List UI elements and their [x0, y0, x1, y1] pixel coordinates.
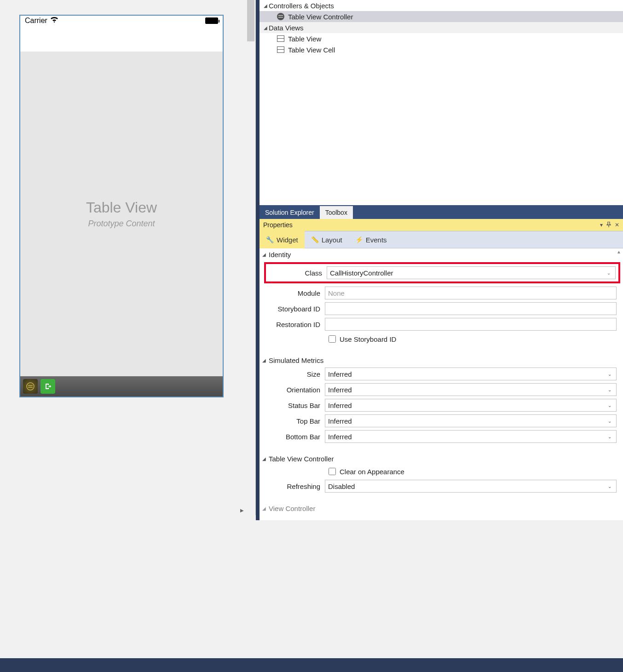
outline-group-controllers[interactable]: ◢ Controllers & Objects	[260, 0, 623, 11]
section-simulated-metrics[interactable]: ◢ Simulated Metrics	[260, 354, 623, 366]
orientation-select[interactable]: Inferred⌄	[325, 383, 617, 396]
clear-on-appearance-checkbox[interactable]	[329, 468, 336, 475]
svg-point-0	[27, 383, 34, 390]
outline-item-table-view-cell[interactable]: Table View Cell	[260, 44, 623, 55]
wrench-icon: 🔧	[266, 236, 274, 243]
refreshing-select[interactable]: Disabled⌄	[325, 480, 617, 493]
top-bar-select[interactable]: Inferred⌄	[325, 414, 617, 427]
outline-item-label: Table View Controller	[288, 13, 353, 21]
subtab-events[interactable]: ⚡ Events	[349, 231, 393, 248]
outline-item-label: Table View	[288, 35, 321, 43]
section-label: Identity	[269, 251, 291, 258]
designer-canvas[interactable]: Carrier Table View Prototype Content	[0, 0, 256, 515]
disclosure-triangle-icon[interactable]: ◢	[262, 358, 269, 363]
chevron-down-icon: ⌄	[608, 484, 613, 489]
table-view-subtitle: Prototype Content	[88, 219, 155, 229]
scroll-up-icon[interactable]: ▲	[616, 249, 622, 256]
table-cell-icon	[276, 46, 285, 53]
properties-subtabs: 🔧 Widget 📏 Layout ⚡ Events	[260, 231, 623, 248]
size-label: Size	[260, 370, 325, 378]
section-view-controller[interactable]: ◢ View Controller	[260, 502, 623, 514]
outline-group-label: Controllers & Objects	[269, 2, 334, 10]
storyboard-id-label: Storyboard ID	[260, 305, 325, 313]
storyboard-id-input[interactable]	[325, 302, 617, 315]
bottom-bar-label: Bottom Bar	[260, 433, 325, 441]
document-outline[interactable]: ◢ Controllers & Objects Table View Contr…	[260, 0, 623, 205]
dropdown-icon[interactable]: ▾	[600, 222, 603, 228]
orientation-label: Orientation	[260, 386, 325, 394]
tab-solution-explorer[interactable]: Solution Explorer	[260, 206, 320, 219]
table-icon	[276, 35, 285, 42]
canvas-horizontal-scrollbar[interactable]: ▶	[0, 506, 247, 515]
chevron-down-icon: ⌄	[608, 372, 613, 377]
module-input[interactable]	[325, 287, 617, 299]
disclosure-triangle-icon[interactable]: ◢	[262, 252, 269, 257]
use-storyboard-id-checkbox[interactable]	[329, 335, 336, 343]
disclosure-triangle-icon[interactable]: ◢	[262, 456, 269, 461]
restoration-id-input[interactable]	[325, 318, 617, 331]
scene-dock-exit-icon[interactable]	[40, 379, 55, 394]
subtab-layout[interactable]: 📏 Layout	[305, 231, 349, 248]
outline-group-label: Data Views	[269, 24, 304, 32]
panel-tabs: Solution Explorer Toolbox	[260, 205, 623, 219]
highlight-annotation: Class CallHistoryController ⌄	[264, 262, 620, 283]
module-label: Module	[260, 289, 325, 297]
chevron-down-icon: ⌄	[608, 403, 613, 408]
phone-navigation-bar	[20, 26, 223, 51]
properties-title: Properties	[263, 221, 293, 229]
bottom-bar-select[interactable]: Inferred⌄	[325, 430, 617, 443]
section-table-view-controller[interactable]: ◢ Table View Controller	[260, 453, 623, 465]
chevron-down-icon: ⌄	[608, 434, 613, 439]
close-icon[interactable]: ✕	[615, 222, 619, 228]
use-storyboard-id-label: Use Storyboard ID	[340, 335, 396, 343]
table-view-title: Table View	[86, 199, 157, 216]
size-select[interactable]: Inferred⌄	[325, 368, 617, 380]
class-combobox[interactable]: CallHistoryController ⌄	[327, 266, 616, 279]
restoration-id-label: Restoration ID	[260, 321, 325, 328]
scene-dock-controller-icon[interactable]	[23, 379, 38, 394]
class-value: CallHistoryController	[330, 269, 393, 277]
phone-bottom-toolbar	[20, 376, 223, 396]
properties-panel-header: Properties ▾ ✕	[260, 219, 623, 231]
phone-table-view[interactable]: Table View Prototype Content	[20, 52, 223, 376]
outline-item-table-view[interactable]: Table View	[260, 33, 623, 44]
chevron-down-icon: ⌄	[607, 270, 612, 276]
clear-on-appearance-label: Clear on Appearance	[340, 468, 404, 476]
chevron-down-icon: ⌄	[608, 419, 613, 424]
outline-item-label: Table View Cell	[288, 46, 335, 54]
outline-group-data-views[interactable]: ◢ Data Views	[260, 22, 623, 33]
status-bar-label: Status Bar	[260, 402, 325, 409]
phone-preview-frame[interactable]: Carrier Table View Prototype Content	[19, 15, 224, 397]
section-label: Simulated Metrics	[269, 356, 323, 364]
wifi-icon	[50, 17, 58, 25]
subtab-widget[interactable]: 🔧 Widget	[260, 231, 305, 248]
pin-icon[interactable]	[606, 222, 611, 229]
refreshing-label: Refreshing	[260, 482, 325, 490]
chevron-down-icon: ⌄	[608, 387, 613, 392]
properties-body[interactable]: ▲ ◢ Identity Class CallHistoryController…	[260, 248, 623, 520]
carrier-label: Carrier	[25, 17, 47, 25]
lightning-icon: ⚡	[355, 236, 363, 243]
section-label: Table View Controller	[269, 455, 334, 463]
disclosure-triangle-icon[interactable]: ◢	[262, 25, 269, 30]
controller-icon	[276, 13, 285, 20]
ruler-icon: 📏	[311, 236, 319, 243]
class-label: Class	[269, 269, 327, 277]
disclosure-triangle-icon[interactable]: ◢	[262, 3, 269, 8]
pane-splitter[interactable]	[256, 0, 260, 520]
status-bar-bottom	[0, 658, 623, 672]
tab-toolbox[interactable]: Toolbox	[320, 206, 353, 219]
battery-icon	[205, 17, 218, 24]
section-label: View Controller	[269, 505, 315, 512]
canvas-vertical-scrollbar[interactable]	[246, 0, 255, 515]
status-bar-select[interactable]: Inferred⌄	[325, 399, 617, 412]
phone-status-bar: Carrier	[20, 16, 223, 26]
section-identity[interactable]: ◢ Identity	[260, 248, 623, 260]
outline-item-table-view-controller[interactable]: Table View Controller	[260, 11, 623, 22]
top-bar-label: Top Bar	[260, 417, 325, 425]
disclosure-triangle-icon[interactable]: ◢	[262, 506, 269, 511]
